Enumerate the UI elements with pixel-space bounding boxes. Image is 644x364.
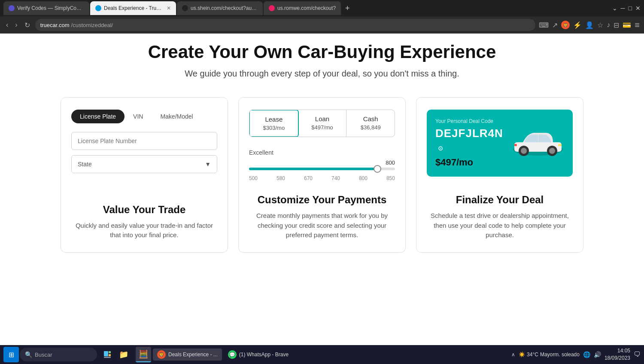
deal-code-banner: Your Personal Deal Code DEJFJLR4N ⊙ $497… [427,110,573,177]
slider-fill [249,168,377,170]
lease-tab[interactable]: Lease $303/mo [249,110,299,137]
deal-code-label: Your Personal Deal Code [435,118,503,124]
tab-truecar[interactable]: Deals Experience - TrueCar ✕ [90,1,176,15]
deal-code-copy-icon[interactable]: ⊙ [438,145,444,152]
credit-section: Excellent 800 500 580 670 740 800 850 [249,146,395,185]
tab-verify-codes[interactable]: Verify Codes — SimplyCodes [3,1,89,15]
tab-shein[interactable]: us.shein.com/checkout?auto_coupon... [177,1,263,15]
chevron-down-icon: ▼ [205,161,211,168]
address-bar: ‹ › ↻ truecar.com/customizeddeal/ ⌨ ↗ 🦁 … [0,16,644,34]
value-trade-title: Value Your Trade [71,195,217,216]
credit-score-display: 800 [249,159,395,166]
hero-section: Create Your Own Car-Buying Experience We… [0,34,644,84]
tab-romwe[interactable]: us.romwe.com/checkout? [264,1,341,15]
tab-label-4: us.romwe.com/checkout? [277,5,336,11]
slider-label-850: 850 [386,175,395,181]
slider-label-800: 800 [359,175,368,181]
svg-rect-7 [514,144,517,146]
finalize-deal-card: Your Personal Deal Code DEJFJLR4N ⊙ $497… [416,97,583,253]
state-label: State [78,161,92,168]
payments-desc: Create monthly payments that work for yo… [249,211,395,240]
slider-thumb[interactable] [374,165,381,173]
tab-favicon-2 [95,5,101,11]
slider-labels: 500 580 670 740 800 850 [249,175,395,181]
vin-tab[interactable]: VIN [125,110,152,123]
credit-slider-container [249,168,395,170]
car-image [510,126,566,160]
url-path: /customizeddeal/ [71,22,113,28]
slider-track [249,168,395,170]
deal-code-price: $497/mo [435,157,503,168]
svg-point-3 [521,148,527,154]
toolbar-icons: ⌨ ↗ 🦁 ⚡ 👤 ☆ ♪ ⊟ 💳 ≡ [539,20,640,30]
tab-favicon-4 [269,5,275,11]
license-plate-input[interactable] [71,132,217,150]
tab-controls: ⌄ ─ □ ✕ [612,5,641,12]
svg-point-5 [549,148,555,154]
value-trade-card: License Plate VIN Make/Model State ▼ Val… [61,97,228,253]
slider-label-670: 670 [304,175,313,181]
deal-code-text: DEJFJLR4N [435,127,503,140]
profile-icon[interactable]: 👤 [585,21,594,29]
deal-code-value: DEJFJLR4N ⊙ [435,127,503,153]
cash-tab-name: Cash [350,115,391,122]
payments-title: Customize Your Payments [249,185,395,206]
close-window-icon[interactable]: ✕ [635,5,641,12]
page-content: Create Your Own Car-Buying Experience We… [0,34,644,266]
deal-code-left: Your Personal Deal Code DEJFJLR4N ⊙ $497… [435,118,503,168]
brave-shield-icon[interactable]: 🦁 [561,21,570,29]
wallet-icon[interactable]: 💳 [623,21,631,29]
new-tab-button[interactable]: + [342,4,353,13]
finalize-desc: Schedule a test drive or dealership appo… [427,211,573,240]
credit-label: Excellent [249,149,395,156]
url-bar[interactable]: truecar.com/customizeddeal/ [35,19,536,31]
url-domain: truecar.com [40,22,70,28]
cash-tab[interactable]: Cash $36,849 [346,110,395,137]
lease-tab-amount: $303/mo [253,125,295,131]
back-button[interactable]: ‹ [4,19,10,31]
tab-sidebar-icon[interactable]: ⊟ [614,21,619,29]
hero-title: Create Your Own Car-Buying Experience [9,42,635,62]
translate-icon[interactable]: ⌨ [539,21,549,29]
tab-label-2: Deals Experience - TrueCar [104,5,164,11]
menu-icon[interactable]: ≡ [635,20,640,30]
tab-favicon-3 [182,5,188,11]
car-svg [510,126,566,160]
state-dropdown[interactable]: State ▼ [71,155,217,173]
finalize-title: Finalize Your Deal [427,185,573,206]
loan-tab-amount: $497/mo [302,124,343,131]
tab-label-1: Verify Codes — SimplyCodes [17,5,84,11]
slider-label-740: 740 [331,175,340,181]
lease-tab-name: Lease [253,116,295,123]
extensions-icon[interactable]: ⚡ [573,21,582,29]
license-plate-tab[interactable]: License Plate [71,110,125,123]
music-icon[interactable]: ♪ [607,21,610,29]
slider-label-500: 500 [249,175,258,181]
hero-subtitle: We guide you through every step of your … [9,67,635,80]
maximize-icon[interactable]: □ [629,5,632,12]
tab-favicon-1 [9,5,15,11]
tab-bar: Verify Codes — SimplyCodes Deals Experie… [0,0,644,16]
tab-label-3: us.shein.com/checkout?auto_coupon... [191,5,258,11]
customize-payments-card: Lease $303/mo Loan $497/mo Cash $36,849 … [238,97,406,253]
cards-section: License Plate VIN Make/Model State ▼ Val… [0,84,644,266]
url-text: truecar.com/customizeddeal/ [40,22,113,28]
refresh-button[interactable]: ↻ [23,19,32,31]
make-model-tab[interactable]: Make/Model [152,110,201,123]
value-trade-desc: Quickly and easily value your trade-in a… [71,221,217,240]
browser-chrome: Verify Codes — SimplyCodes Deals Experie… [0,0,644,34]
loan-tab-name: Loan [302,115,343,122]
bookmark-icon[interactable]: ☆ [597,21,603,29]
tab-list-icon[interactable]: ⌄ [612,5,617,12]
trade-tab-selector: License Plate VIN Make/Model [71,110,217,123]
minimize-icon[interactable]: ─ [621,5,625,12]
slider-label-580: 580 [276,175,285,181]
payment-type-tabs: Lease $303/mo Loan $497/mo Cash $36,849 [249,110,395,137]
cash-tab-amount: $36,849 [350,124,391,131]
share-icon[interactable]: ↗ [552,21,558,29]
loan-tab[interactable]: Loan $497/mo [298,110,347,137]
forward-button[interactable]: › [13,19,19,31]
svg-rect-6 [558,144,562,146]
tab-close-2[interactable]: ✕ [167,5,171,11]
